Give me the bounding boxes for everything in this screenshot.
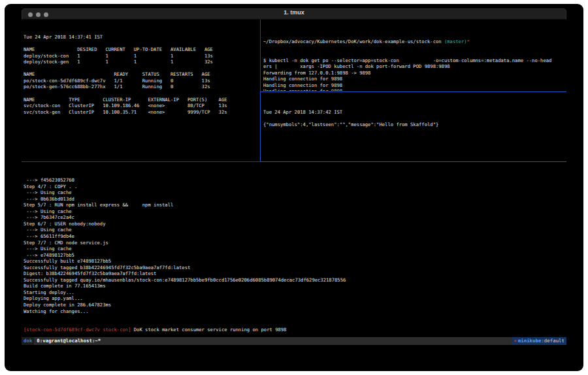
pane-border-vertical-active (260, 91, 261, 162)
zoom-button[interactable] (44, 12, 48, 17)
kube-context-name: minikube (518, 337, 542, 345)
pane-border-vertical (260, 20, 261, 91)
kubectl-resources-output: Tue 24 Apr 2018 14:37:41 IST NAME DESIRE… (24, 34, 259, 115)
tmux-session-name[interactable]: dok (22, 337, 34, 345)
pod-log-line: [stock-con-5d7df689cf-dwc7v stock-con] D… (24, 327, 564, 333)
tmux-content: Tue 24 Apr 2018 14:37:41 IST NAME DESIRE… (22, 20, 566, 360)
git-dirty-indicator: * (467, 39, 470, 44)
pane-curl-watch[interactable]: Tue 24 Apr 2018 14:37:42 IST {"numsymbol… (263, 97, 565, 159)
terminal-window: 1. tmux Tue 24 Apr 2018 14:37:41 IST NAM… (22, 8, 566, 360)
docker-build-output: ---> f45623052760 Step 4/7 : COPY . . --… (24, 177, 564, 314)
window-titlebar[interactable]: 1. tmux (22, 8, 566, 20)
pane-skaffold-build-log[interactable]: ---> f45623052760 Step 4/7 : COPY . . --… (24, 165, 564, 336)
prompt-path: ~/Dropbox/advocacy/Kubernetes/DoK/work/d… (263, 39, 444, 44)
minimize-button[interactable] (36, 12, 41, 17)
pane-border-horizontal (22, 161, 260, 162)
kube-context-segment: ⎈ minikube :default (512, 337, 566, 345)
pod-log-prefix: [stock-con-5d7df689cf-dwc7v stock-con] (24, 327, 131, 333)
slide-background: 1. tmux Tue 24 Apr 2018 14:37:41 IST NAM… (5, 4, 583, 371)
shell-prompt-line: ~/Dropbox/advocacy/Kubernetes/DoK/work/d… (263, 39, 565, 45)
git-branch-label: (master) (444, 39, 467, 44)
pane-border-horizontal-active-bottom (260, 161, 566, 162)
port-forward-output: $ kubectl -n dok get po --selector=app=s… (263, 57, 565, 91)
pane-port-forward-shell[interactable]: ~/Dropbox/advocacy/Kubernetes/DoK/work/d… (263, 26, 565, 91)
traffic-lights (28, 12, 48, 17)
tmux-window-tab[interactable]: 0:vagrant@localhost:~* (34, 337, 101, 345)
pane-border-horizontal-active-top (260, 91, 566, 92)
pod-log-message: DoK stock market consumer service runnin… (131, 327, 286, 333)
curl-watch-output: Tue 24 Apr 2018 14:37:42 IST {"numsymbol… (263, 109, 565, 128)
window-title: 1. tmux (22, 9, 566, 16)
close-button[interactable] (28, 12, 33, 17)
tmux-status-bar: dok 0:vagrant@localhost:~* ⎈ minikube :d… (22, 337, 566, 345)
kube-namespace: :default (541, 337, 564, 345)
pane-kubectl-resources[interactable]: Tue 24 Apr 2018 14:37:41 IST NAME DESIRE… (24, 22, 259, 160)
